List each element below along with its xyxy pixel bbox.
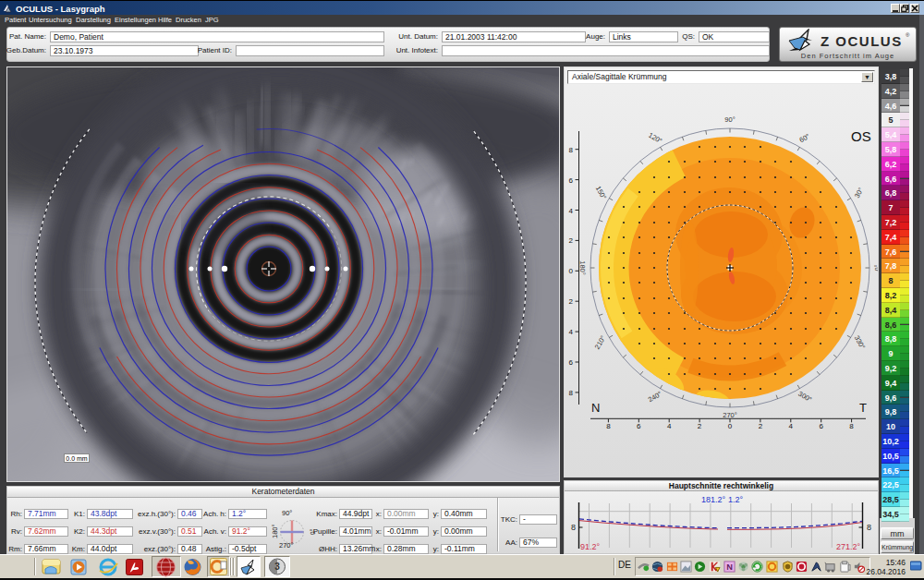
svg-text:181.2°: 181.2° <box>701 495 726 504</box>
svg-text:300°: 300° <box>796 390 813 405</box>
svg-text:8: 8 <box>867 523 871 532</box>
svg-text:4: 4 <box>789 422 794 430</box>
svg-text:270°: 270° <box>723 411 737 419</box>
svg-text:271.2°: 271.2° <box>836 542 861 551</box>
svg-text:60°: 60° <box>798 132 811 144</box>
svg-text:6: 6 <box>569 358 574 367</box>
svg-text:210°: 210° <box>593 334 608 351</box>
svg-text:91.2°: 91.2° <box>580 542 601 551</box>
svg-text:8: 8 <box>569 389 574 397</box>
svg-text:120°: 120° <box>647 131 663 146</box>
svg-text:2: 2 <box>759 422 763 430</box>
svg-text:8: 8 <box>569 146 574 154</box>
svg-text:OS: OS <box>851 128 871 144</box>
svg-text:180°: 180° <box>578 260 587 275</box>
svg-text:4: 4 <box>569 207 574 215</box>
svg-text:T: T <box>859 401 867 415</box>
svg-text:N: N <box>591 401 600 415</box>
svg-text:2: 2 <box>698 422 702 430</box>
svg-text:N: N <box>726 562 733 572</box>
svg-text:0: 0 <box>728 422 733 430</box>
svg-text:4: 4 <box>667 422 672 430</box>
svg-text:2: 2 <box>569 236 574 245</box>
svg-text:150°: 150° <box>594 185 609 201</box>
svg-text:30°: 30° <box>853 187 865 199</box>
svg-text:1.2°: 1.2° <box>728 495 744 504</box>
svg-text:6: 6 <box>569 176 574 185</box>
svg-text:6: 6 <box>819 422 823 430</box>
svg-text:8: 8 <box>571 523 576 532</box>
svg-text:90°: 90° <box>724 115 735 124</box>
svg-text:0: 0 <box>569 267 574 275</box>
svg-text:330°: 330° <box>853 334 868 351</box>
svg-text:4: 4 <box>569 328 574 336</box>
svg-text:8: 8 <box>606 422 611 430</box>
svg-text:2: 2 <box>569 297 574 306</box>
svg-text:6: 6 <box>637 422 641 430</box>
svg-text:0°: 0° <box>873 264 878 271</box>
svg-text:240°: 240° <box>647 390 663 405</box>
svg-text:8: 8 <box>849 422 854 430</box>
svg-text:3: 3 <box>274 562 280 572</box>
